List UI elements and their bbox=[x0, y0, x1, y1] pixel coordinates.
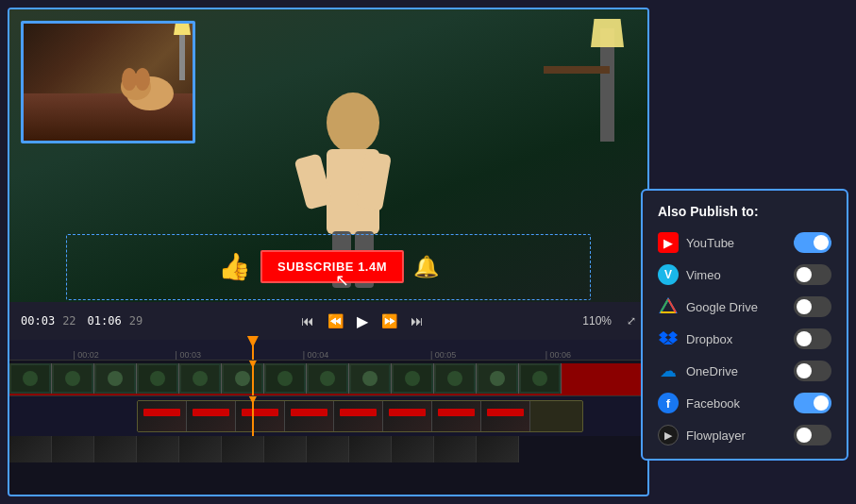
track-thumb-5 bbox=[179, 363, 222, 394]
track-thumb-10 bbox=[392, 363, 434, 394]
svg-point-13 bbox=[65, 371, 80, 386]
overlay-thumb-7 bbox=[432, 401, 481, 431]
lamp bbox=[600, 28, 614, 142]
fast-forward-button[interactable]: ⏩ bbox=[378, 311, 401, 330]
ruler-tick-2: | 00:03 bbox=[176, 350, 201, 360]
dropbox-icon bbox=[658, 328, 679, 349]
onedrive-toggle[interactable] bbox=[794, 361, 831, 381]
publish-item-youtube-left: ▶ YouTube bbox=[658, 232, 734, 253]
main-container: ↖ 👍 SUBSCRIBE 1.4M 🔔 bbox=[0, 0, 856, 504]
skip-forward-button[interactable]: ⏭ bbox=[407, 311, 428, 330]
bottom-thumb-8 bbox=[307, 436, 349, 462]
total-frames-display: 29 bbox=[129, 314, 143, 328]
youtube-toggle[interactable] bbox=[794, 232, 831, 253]
publish-item-onedrive-left: ☁ OneDrive bbox=[658, 361, 738, 381]
track-thumb-4 bbox=[137, 363, 179, 394]
rewind-button[interactable]: ⏪ bbox=[324, 311, 347, 330]
track-thumb-8 bbox=[307, 363, 349, 394]
ruler-tick-5: | 00:06 bbox=[545, 350, 571, 360]
onedrive-toggle-thumb bbox=[797, 363, 812, 378]
youtube-label: YouTube bbox=[686, 236, 734, 250]
svg-point-21 bbox=[235, 371, 250, 386]
gdrive-toggle-thumb bbox=[797, 299, 812, 314]
svg-point-11 bbox=[23, 371, 38, 386]
overlay-thumb-1-bar bbox=[143, 409, 180, 416]
overlay-thumb-4-bar bbox=[291, 409, 327, 416]
dropbox-toggle[interactable] bbox=[794, 328, 831, 349]
overlay-thumb-8-bar bbox=[487, 409, 524, 416]
publish-item-dropbox-left: Dropbox bbox=[658, 328, 732, 349]
flowplayer-toggle[interactable] bbox=[794, 425, 831, 445]
playhead-track1 bbox=[252, 363, 254, 395]
onedrive-icon: ☁ bbox=[658, 361, 679, 381]
vimeo-toggle[interactable] bbox=[794, 264, 831, 285]
current-frames-display: 22 bbox=[62, 314, 76, 328]
track-thumb-13 bbox=[519, 363, 562, 394]
publish-item-facebook: f Facebook bbox=[658, 393, 831, 413]
svg-point-15 bbox=[108, 371, 123, 386]
overlay-thumb-6 bbox=[383, 401, 432, 431]
track-thumb-1 bbox=[9, 363, 52, 394]
overlay-track bbox=[9, 396, 647, 436]
bottom-thumb-1 bbox=[9, 436, 52, 462]
editor-panel: ↖ 👍 SUBSCRIBE 1.4M 🔔 bbox=[8, 8, 649, 496]
track-thumb-12 bbox=[477, 363, 519, 394]
svg-line-39 bbox=[668, 299, 676, 312]
youtube-icon: ▶ bbox=[658, 232, 679, 253]
bottom-thumb-2 bbox=[52, 436, 94, 462]
overlay-thumb-2-bar bbox=[193, 409, 229, 416]
play-button[interactable]: ▶ bbox=[353, 311, 372, 332]
overlay-thumb-5 bbox=[334, 401, 383, 431]
track-thumb-3 bbox=[94, 363, 137, 394]
ruler-tick-3: | 00:04 bbox=[303, 350, 328, 360]
overlay-thumb-1 bbox=[138, 401, 187, 431]
skip-back-button[interactable]: ⏮ bbox=[297, 311, 318, 330]
facebook-toggle[interactable] bbox=[794, 393, 831, 413]
pip-video bbox=[21, 21, 195, 143]
playback-controls-bar: 00:03 22 01:06 29 ⏮ ⏪ ▶ ⏩ ⏭ 110% ⤢ bbox=[9, 302, 647, 340]
overlay-thumb-2 bbox=[187, 401, 236, 431]
dropbox-label: Dropbox bbox=[686, 332, 732, 346]
track-thumb-11 bbox=[434, 363, 477, 394]
pip-lamp-shade bbox=[174, 24, 191, 35]
like-icon: 👍 bbox=[218, 251, 251, 282]
overlay-track-inner bbox=[137, 400, 583, 432]
vimeo-toggle-thumb bbox=[797, 267, 812, 282]
svg-point-0 bbox=[327, 92, 379, 153]
publish-panel: Also Publish to: ▶ YouTube V Vimeo bbox=[641, 189, 848, 461]
flowplayer-icon: ▶ bbox=[658, 425, 679, 445]
youtube-toggle-thumb bbox=[814, 235, 829, 250]
flowplayer-label: Flowplayer bbox=[686, 428, 746, 443]
bottom-thumb-12 bbox=[477, 436, 519, 462]
gdrive-label: Google Drive bbox=[686, 300, 758, 314]
track-thumb-2 bbox=[52, 363, 94, 394]
gdrive-toggle[interactable] bbox=[794, 296, 831, 317]
zoom-level-display: 110% bbox=[582, 314, 612, 328]
subscribe-button[interactable]: SUBSCRIBE 1.4M bbox=[260, 250, 404, 283]
main-video-track-inner bbox=[9, 363, 647, 396]
overlay-thumb-3-bar bbox=[242, 409, 278, 416]
svg-point-9 bbox=[135, 68, 150, 91]
dropbox-toggle-thumb bbox=[797, 331, 812, 346]
facebook-label: Facebook bbox=[686, 396, 740, 411]
publish-item-vimeo: V Vimeo bbox=[658, 264, 831, 285]
svg-point-29 bbox=[405, 371, 420, 386]
pip-lamp bbox=[179, 28, 185, 80]
fullscreen-button[interactable]: ⤢ bbox=[627, 314, 636, 328]
publish-panel-title: Also Publish to: bbox=[658, 204, 831, 219]
playhead-overlay bbox=[252, 396, 254, 436]
timeline-ruler: | 00:02 | 00:03 | 00:04 | 00:05 | 00:06 bbox=[9, 340, 647, 361]
svg-point-23 bbox=[277, 371, 293, 386]
bottom-thumb-6 bbox=[222, 436, 264, 462]
bottom-thumb-10 bbox=[392, 436, 434, 462]
publish-item-facebook-left: f Facebook bbox=[658, 393, 740, 413]
gdrive-icon bbox=[658, 296, 679, 317]
publish-item-flowplayer: ▶ Flowplayer bbox=[658, 425, 831, 445]
timeline-playhead[interactable] bbox=[252, 340, 254, 360]
svg-marker-36 bbox=[661, 299, 676, 312]
bottom-thumb-11 bbox=[434, 436, 477, 462]
video-preview: ↖ 👍 SUBSCRIBE 1.4M 🔔 bbox=[9, 9, 647, 340]
publish-item-gdrive: Google Drive bbox=[658, 296, 831, 317]
current-time-display: 00:03 bbox=[21, 314, 55, 328]
svg-line-37 bbox=[661, 299, 668, 312]
